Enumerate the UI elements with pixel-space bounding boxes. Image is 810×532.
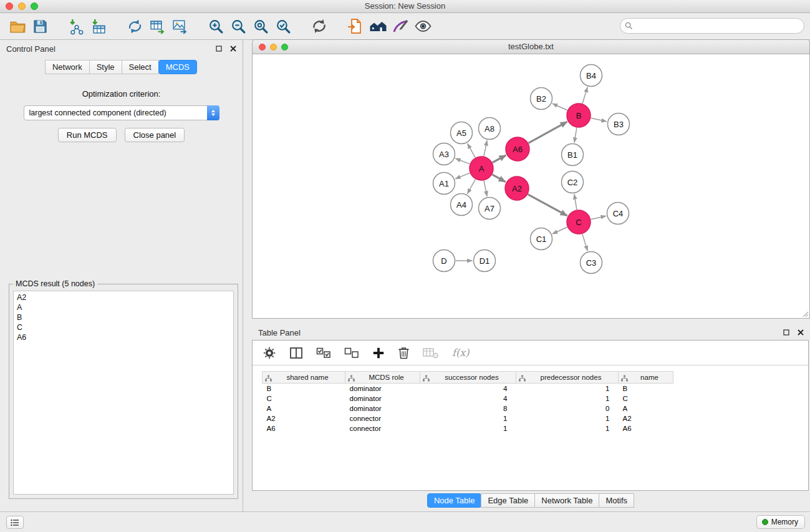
unselect-all-button[interactable] [344,346,359,360]
control-tab-style[interactable]: Style [89,60,122,74]
node-C4[interactable]: C4 [607,203,629,225]
node-C1[interactable]: C1 [531,228,552,250]
network-minimize-button[interactable] [270,44,277,51]
node-A8[interactable]: A8 [479,118,501,140]
import-file-button[interactable] [344,15,367,37]
node-A7[interactable]: A7 [479,198,501,220]
style-check-button[interactable] [389,15,412,37]
node-B4[interactable]: B4 [581,65,602,87]
mcds-result-item[interactable]: B [17,312,230,322]
close-window-button[interactable] [6,2,13,10]
zoom-selected-button[interactable] [272,15,294,37]
edge-A-A1[interactable] [455,173,470,178]
memory-button[interactable]: Memory [756,515,805,529]
edge-A-A8[interactable] [484,140,487,156]
node-C2[interactable]: C2 [562,172,584,193]
network-close-button[interactable] [259,44,266,51]
edge-A-A6[interactable] [493,155,506,163]
table-tab-network-table[interactable]: Network Table [534,493,599,508]
search-input[interactable] [635,20,804,32]
mcds-result-list[interactable]: A2ABCA6 [13,291,234,495]
control-tab-mcds[interactable]: MCDS [158,60,197,74]
import-network-button[interactable] [65,15,87,37]
edge-B-B3[interactable] [591,118,607,122]
node-A3[interactable]: A3 [433,143,455,165]
edge-A-A7[interactable] [484,181,487,196]
close-table-panel-icon[interactable] [798,329,804,336]
node-D[interactable]: D [433,250,455,272]
minimize-window-button[interactable] [18,2,26,10]
column-header-predecessor-nodes[interactable]: predecessor nodes [516,372,619,384]
node-A1[interactable]: A1 [433,173,455,195]
column-header-mcds-role[interactable]: MCDS role [345,372,420,384]
add-row-button[interactable] [372,347,385,359]
network-canvas[interactable]: B4B2BB3A5A8A6B1A3AA1A2C2A4A7CC4C1C3DD1 [252,54,810,319]
network-zoom-button[interactable] [281,44,288,51]
export-image-button[interactable] [168,15,191,37]
export-table-button[interactable] [146,15,168,37]
float-panel-icon[interactable] [216,46,222,52]
edge-A-A2[interactable] [492,175,505,182]
zoom-in-button[interactable] [205,15,227,37]
delete-rows-button[interactable] [398,346,410,359]
zoom-fit-button[interactable] [249,15,272,37]
edge-C-C1[interactable] [552,227,567,234]
zoom-window-button[interactable] [31,2,38,10]
node-A6[interactable]: A6 [506,137,529,161]
new-network-button[interactable] [123,15,146,37]
criterion-dropdown[interactable]: largest connected component (directed) [24,105,219,120]
home-view-button[interactable] [367,15,389,37]
edge-A-A5[interactable] [468,143,476,158]
column-header-successor-nodes[interactable]: successor nodes [420,372,516,384]
edge-C-C3[interactable] [582,234,587,251]
show-graphics-button[interactable] [412,15,434,37]
mcds-result-item[interactable]: C [17,322,230,332]
node-A5[interactable]: A5 [451,122,473,144]
table-row[interactable]: A6connector11A6 [263,423,673,433]
table-row[interactable]: Bdominator41B [263,384,673,394]
node-B[interactable]: B [567,104,591,127]
control-tab-select[interactable]: Select [122,60,159,74]
delete-table-button[interactable] [423,346,439,360]
node-C[interactable]: C [567,210,591,234]
edge-A-A3[interactable] [455,158,470,164]
mcds-result-item[interactable]: A [17,302,230,312]
search-box[interactable] [620,18,804,34]
panel-menu-button[interactable] [6,516,24,529]
resize-grip[interactable] [801,310,809,317]
attribute-settings-button[interactable] [263,346,276,360]
close-panel-icon[interactable] [230,46,236,52]
node-B2[interactable]: B2 [531,88,552,110]
edge-C-C4[interactable] [591,216,606,219]
table-row[interactable]: A2connector11A2 [263,414,673,423]
edge-A6-B[interactable] [529,122,567,143]
node-D1[interactable]: D1 [474,250,496,272]
edge-B-B4[interactable] [582,87,587,104]
edge-B-B2[interactable] [552,104,567,110]
table-row[interactable]: Cdominator41C [263,394,673,404]
table-tab-node-table[interactable]: Node Table [427,493,482,508]
run-mcds-button[interactable]: Run MCDS [58,128,117,142]
table-tab-motifs[interactable]: Motifs [599,493,634,508]
import-table-button[interactable] [87,15,110,37]
node-C3[interactable]: C3 [581,252,602,274]
mcds-result-item[interactable]: A2 [17,293,230,302]
zoom-out-button[interactable] [227,15,249,37]
node-B3[interactable]: B3 [608,114,630,135]
network-window-titlebar[interactable]: testGlobe.txt [252,39,810,54]
node-A2[interactable]: A2 [505,177,529,200]
node-A[interactable]: A [470,157,493,180]
close-panel-button[interactable]: Close panel [125,128,185,142]
edge-A2-C[interactable] [528,195,567,216]
network-graph[interactable]: B4B2BB3A5A8A6B1A3AA1A2C2A4A7CC4C1C3DD1 [253,54,809,317]
edge-A-A4[interactable] [467,180,475,194]
table-tab-edge-table[interactable]: Edge Table [481,493,535,508]
column-header-shared-name[interactable]: shared name [263,372,345,384]
edge-C-C2[interactable] [574,194,577,210]
show-columns-button[interactable] [289,346,303,360]
save-session-button[interactable] [29,15,51,37]
control-tab-network[interactable]: Network [45,60,90,74]
edge-B-B1[interactable] [574,128,577,143]
open-session-button[interactable] [6,15,29,37]
float-table-panel-icon[interactable] [783,329,789,336]
